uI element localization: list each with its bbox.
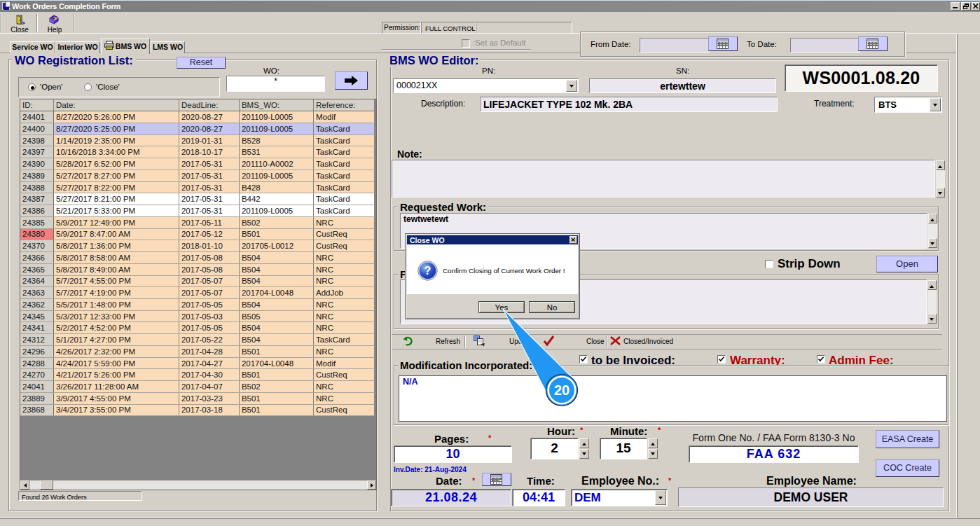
svg-text:?: ? <box>425 265 432 277</box>
svg-text:20: 20 <box>554 382 570 398</box>
svg-text:?: ? <box>53 15 57 22</box>
